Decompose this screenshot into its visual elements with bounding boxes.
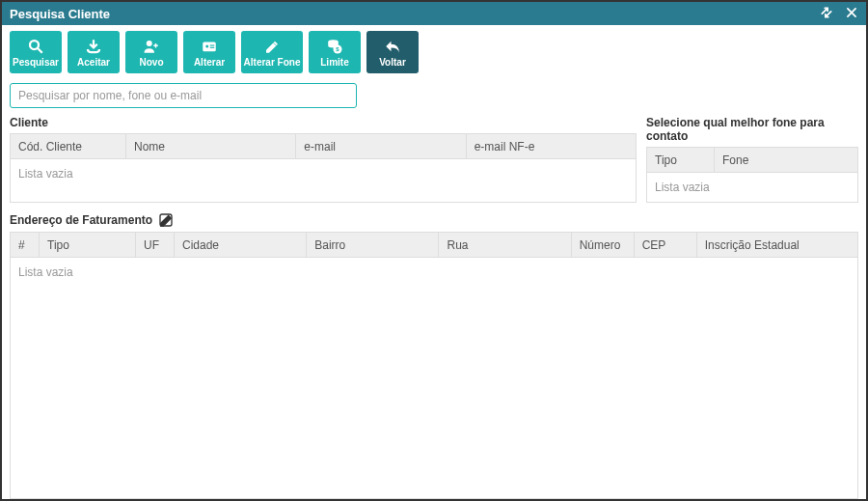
aceitar-label: Aceitar [77,57,110,68]
pesquisar-button[interactable]: Pesquisar [10,31,62,73]
search-icon [27,38,44,55]
toolbar: Pesquisar Aceitar Novo Alterar Alterar F… [2,25,866,79]
col-bairro[interactable]: Bairro [307,233,439,257]
back-icon [384,38,401,55]
endereco-panel: Endereço de Faturamento # Tipo UF Cidade… [10,212,858,499]
cliente-empty-text: Lista vazia [18,167,73,181]
content: Cliente Cód. Cliente Nome e-mail e-mail … [2,116,866,499]
endereco-empty-text: Lista vazia [18,265,73,279]
maximize-icon[interactable] [820,6,833,22]
close-icon[interactable] [845,6,858,22]
col-cidade[interactable]: Cidade [175,233,307,257]
cliente-grid-body: Lista vazia [11,159,636,202]
alterar-button[interactable]: Alterar [183,31,235,73]
coins-icon: $ [326,38,343,55]
fone-empty-text: Lista vazia [655,181,710,194]
col-cod-cliente[interactable]: Cód. Cliente [11,134,126,158]
window-pesquisa-cliente: Pesquisa Cliente Pesquisar Aceitar [0,0,868,501]
col-email-nfe[interactable]: e-mail NF-e [467,134,636,158]
col-cep[interactable]: CEP [635,233,697,257]
svg-rect-3 [203,42,216,51]
pencil-icon[interactable] [158,212,174,228]
voltar-button[interactable]: Voltar [366,31,419,73]
novo-button[interactable]: Novo [125,31,177,73]
alterar-label: Alterar [194,57,225,68]
col-num[interactable]: # [11,233,40,257]
window-controls [820,6,858,22]
titlebar: Pesquisa Cliente [2,2,866,25]
download-icon [85,38,102,55]
fone-grid: Tipo Fone Lista vazia [646,147,858,203]
aceitar-button[interactable]: Aceitar [68,31,120,73]
endereco-section-text: Endereço de Faturamento [10,213,152,227]
col-email[interactable]: e-mail [296,134,466,158]
svg-rect-5 [210,44,215,45]
user-plus-icon [143,38,160,55]
cliente-grid: Cód. Cliente Nome e-mail e-mail NF-e Lis… [10,133,637,203]
fone-panel: Selecione qual melhor fone para contato … [646,116,858,203]
col-tipo[interactable]: Tipo [647,148,715,172]
svg-rect-6 [210,46,215,47]
alterar-fone-label: Alterar Fone [244,57,301,68]
col-numero[interactable]: Número [572,233,635,257]
col-inscricao[interactable]: Inscrição Estadual [697,233,857,257]
upper-panels: Cliente Cód. Cliente Nome e-mail e-mail … [10,116,858,203]
pesquisar-label: Pesquisar [13,57,59,68]
edit-icon [263,38,281,55]
svg-point-4 [205,44,208,47]
fone-grid-body: Lista vazia [647,173,857,202]
endereco-grid-body: Lista vazia [11,258,857,498]
window-title: Pesquisa Cliente [10,7,110,21]
col-nome[interactable]: Nome [126,134,296,158]
limite-button[interactable]: $ Limite [309,31,361,73]
col-end-tipo[interactable]: Tipo [40,233,136,257]
novo-label: Novo [140,57,164,68]
voltar-label: Voltar [379,57,406,68]
fone-grid-header: Tipo Fone [647,148,857,173]
cliente-panel: Cliente Cód. Cliente Nome e-mail e-mail … [10,116,637,203]
search-input[interactable] [10,83,357,108]
col-uf[interactable]: UF [136,233,175,257]
fone-section-label: Selecione qual melhor fone para contato [646,116,858,147]
cliente-section-label: Cliente [10,116,637,133]
id-card-icon [201,38,218,55]
svg-point-2 [147,41,152,46]
col-fone[interactable]: Fone [715,148,857,172]
endereco-section-label: Endereço de Faturamento [10,212,858,232]
endereco-grid-header: # Tipo UF Cidade Bairro Rua Número CEP I… [11,233,857,258]
search-row [2,79,866,116]
svg-line-1 [38,48,42,53]
col-rua[interactable]: Rua [439,233,571,257]
alterar-fone-button[interactable]: Alterar Fone [241,31,303,73]
limite-label: Limite [320,57,348,68]
endereco-grid: # Tipo UF Cidade Bairro Rua Número CEP I… [10,232,858,499]
svg-point-0 [30,41,39,49]
cliente-grid-header: Cód. Cliente Nome e-mail e-mail NF-e [11,134,636,159]
